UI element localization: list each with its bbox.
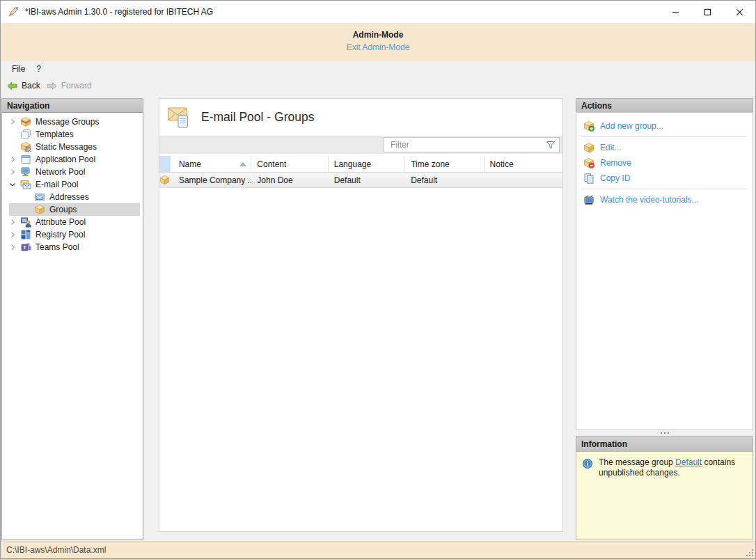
admin-mode-title: Admin-Mode	[1, 30, 755, 40]
nav-item-label: Addresses	[49, 192, 89, 202]
video-tutorials-icon	[583, 194, 594, 205]
status-bar: C:\IBI-aws\Admin\Data.xml	[1, 541, 755, 558]
default-group-link[interactable]: Default	[675, 457, 702, 467]
groups-icon	[159, 175, 170, 185]
page-title: E-mail Pool - Groups	[201, 110, 314, 125]
menu-file[interactable]: File	[6, 64, 31, 74]
title-bar: *IBI-aws Admin 1.30.0 - registered for I…	[1, 1, 755, 23]
action-label: Edit...	[600, 143, 622, 152]
filter-box	[384, 137, 560, 152]
exit-admin-mode-link[interactable]: Exit Admin-Mode	[347, 42, 410, 52]
menu-bar: File ?	[1, 61, 755, 77]
nav-item-label: Static Messages	[36, 142, 97, 152]
nav-item-label: Groups	[49, 205, 77, 214]
nav-item-label: Network Pool	[36, 167, 85, 177]
static-messages-icon	[20, 141, 31, 152]
column-header-name[interactable]: Name	[171, 156, 251, 172]
page-heading: E-mail Pool - Groups	[166, 106, 314, 129]
column-header-label: Language	[334, 159, 371, 169]
filter-funnel-icon[interactable]	[545, 139, 556, 150]
application-pool-icon	[20, 154, 31, 165]
action-add-new-group[interactable]: Add new group...	[576, 118, 753, 134]
chevron-right-icon	[6, 154, 19, 165]
action-watch-the-video-tutorials[interactable]: Watch the video-tutorials...	[576, 192, 753, 207]
minimize-button[interactable]	[659, 1, 691, 23]
actions-separator	[582, 136, 747, 137]
templates-icon	[20, 129, 31, 140]
action-copy-id[interactable]: Copy ID	[576, 171, 753, 186]
chevron-right-icon	[6, 216, 19, 228]
nav-item-e-mail-pool[interactable]: E-mail Pool	[2, 178, 143, 191]
close-button[interactable]	[723, 1, 755, 23]
row-icon-cell	[159, 173, 171, 187]
information-panel: Information The message group Default co…	[576, 436, 753, 540]
edit-group-icon	[583, 142, 594, 153]
chevron-right-icon	[6, 229, 19, 240]
info-text-before: The message group	[599, 457, 675, 467]
nav-item-label: E-mail Pool	[36, 180, 78, 189]
cell-text: Default	[411, 175, 437, 185]
back-label: Back	[22, 81, 40, 90]
row-cell-notice	[485, 173, 562, 187]
chevron-placeholder	[6, 141, 19, 152]
nav-item-static-messages[interactable]: Static Messages	[2, 141, 143, 153]
table-select-column-header[interactable]	[159, 156, 171, 172]
add-group-icon	[583, 120, 594, 132]
column-header-label: Notice	[490, 159, 514, 169]
nav-item-label: Attribute Pool	[36, 217, 86, 227]
navigation-header: Navigation	[1, 98, 143, 112]
nav-item-application-pool[interactable]: Application Pool	[2, 153, 143, 166]
nav-item-label: Application Pool	[36, 155, 95, 164]
menu-help[interactable]: ?	[31, 64, 47, 74]
nav-item-attribute-pool[interactable]: Attribute Pool	[2, 216, 143, 228]
resize-grip[interactable]	[746, 549, 753, 556]
panel-splitter-handle[interactable]	[576, 430, 753, 436]
action-label: Watch the video-tutorials...	[600, 195, 699, 205]
groups-icon	[34, 204, 45, 215]
teams-pool-icon: T	[20, 242, 31, 253]
row-cell-time-zone: Default	[405, 173, 484, 187]
column-header-label: Name	[179, 159, 201, 169]
column-header-content[interactable]: Content	[251, 156, 328, 172]
information-header: Information	[576, 436, 753, 451]
nav-item-label: Registry Pool	[36, 230, 85, 239]
nav-item-groups[interactable]: Groups	[2, 203, 143, 216]
nav-item-label: Templates	[36, 129, 74, 139]
action-label: Remove	[600, 158, 631, 168]
registry-pool-icon	[20, 229, 31, 240]
email-pool-icon	[20, 179, 31, 190]
forward-button[interactable]: Forward	[46, 81, 92, 91]
nav-item-registry-pool[interactable]: Registry Pool	[2, 228, 143, 241]
table-row[interactable]: Sample Company ...John DoeDefaultDefault	[159, 173, 562, 188]
message-groups-icon	[20, 116, 31, 127]
cell-text: John Doe	[257, 175, 292, 185]
window-title: *IBI-aws Admin 1.30.0 - registered for I…	[25, 7, 213, 17]
main-content-panel: E-mail Pool - Groups NameContentLanguage…	[159, 98, 563, 532]
row-cell-content: John Doe	[251, 173, 328, 187]
back-button[interactable]: Back	[6, 81, 40, 91]
filter-input[interactable]	[384, 137, 560, 152]
nav-item-addresses[interactable]: Addresses	[2, 191, 143, 203]
data-file-path: C:\IBI-aws\Admin\Data.xml	[6, 545, 106, 555]
column-header-time-zone[interactable]: Time zone	[405, 156, 484, 172]
nav-item-message-groups[interactable]: Message Groups	[2, 116, 143, 128]
column-header-language[interactable]: Language	[329, 156, 405, 172]
navigation-panel: Navigation Message GroupsTemplatesStatic…	[1, 98, 143, 540]
row-cell-language: Default	[329, 173, 405, 187]
remove-group-icon	[583, 157, 594, 168]
maximize-button[interactable]	[691, 1, 723, 23]
navigation-tree: Message GroupsTemplatesStatic MessagesAp…	[1, 112, 143, 540]
action-label: Copy ID	[600, 173, 630, 183]
action-remove[interactable]: Remove	[576, 155, 753, 171]
copy-id-icon	[583, 173, 594, 184]
action-edit[interactable]: Edit...	[576, 140, 753, 155]
column-header-label: Content	[257, 159, 286, 169]
column-header-notice[interactable]: Notice	[485, 156, 562, 172]
back-arrow-icon	[6, 81, 18, 91]
actions-separator	[582, 189, 747, 189]
nav-item-teams-pool[interactable]: TTeams Pool	[2, 241, 143, 253]
app-icon	[7, 6, 19, 17]
nav-item-network-pool[interactable]: Network Pool	[2, 166, 143, 178]
nav-item-label: Message Groups	[36, 117, 99, 127]
nav-item-templates[interactable]: Templates	[2, 128, 143, 141]
